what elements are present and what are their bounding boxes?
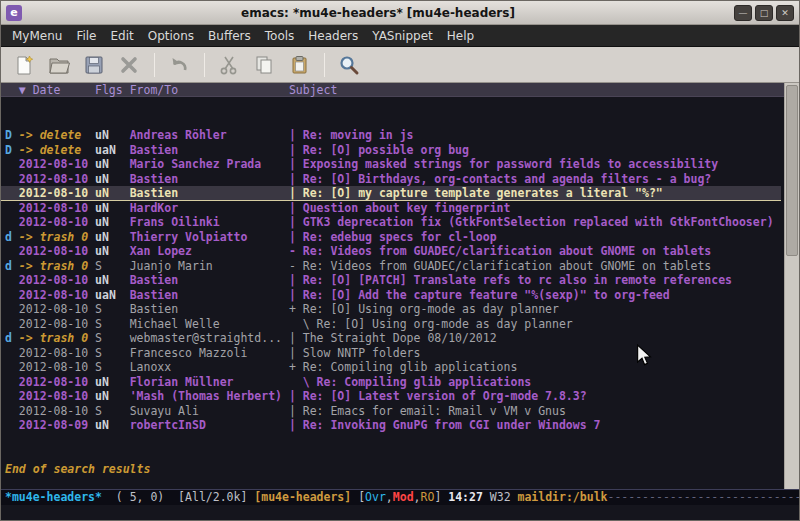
- message-row[interactable]: d -> trash 0 S webmaster@straightd... | …: [1, 331, 781, 346]
- menu-item-help[interactable]: Help: [440, 26, 481, 46]
- titlebar: e emacs: *mu4e-headers* [mu4e-headers] —…: [1, 1, 799, 25]
- message-row[interactable]: 2012-08-10 uN Bastien | Re: [O] Birthday…: [1, 172, 781, 187]
- open-file-button[interactable]: [44, 50, 74, 80]
- message-row[interactable]: 2012-08-10 uN 'Mash (Thomas Herbert) | R…: [1, 389, 781, 404]
- message-from: Bastien: [130, 186, 289, 200]
- menu-item-file[interactable]: File: [69, 26, 103, 46]
- copy-button[interactable]: [249, 50, 279, 80]
- message-from: Juanjo Marin: [130, 259, 289, 273]
- mode-line-segment: *mu4e-headers*: [5, 490, 102, 504]
- minimize-button[interactable]: —: [734, 5, 752, 21]
- message-flags: uaN: [95, 288, 130, 302]
- mode-line-segment: ( 5, 0): [102, 490, 178, 504]
- message-mark: [5, 375, 19, 389]
- message-flags: uN: [95, 230, 130, 244]
- message-row[interactable]: 2012-08-10 uN Mario Sanchez Prada | Expo…: [1, 157, 781, 172]
- message-row[interactable]: 2012-08-10 S Lanoxx + Re: Compiling glib…: [1, 360, 781, 375]
- new-file-button[interactable]: [9, 50, 39, 80]
- message-row[interactable]: 2012-08-10 uN Xan Lopez - Re: Videos fro…: [1, 244, 781, 259]
- menu-item-buffers[interactable]: Buffers: [201, 26, 258, 46]
- message-subject: | Question about key fingerprint: [289, 201, 511, 215]
- menu-item-tools[interactable]: Tools: [258, 26, 302, 46]
- tool-bar: [1, 47, 799, 83]
- close-button[interactable]: ✕: [776, 5, 794, 21]
- buffer[interactable]: D -> delete uN Andreas Röhler | Re: movi…: [1, 97, 799, 489]
- message-date: -> trash 0: [19, 259, 95, 273]
- message-row[interactable]: D -> delete uN Andreas Röhler | Re: movi…: [1, 128, 781, 143]
- message-date: 2012-08-10: [19, 201, 95, 215]
- message-date: 2012-08-10: [19, 375, 95, 389]
- message-mark: d: [5, 230, 19, 244]
- message-flags: uN: [95, 418, 130, 432]
- paste-button[interactable]: [284, 50, 314, 80]
- message-subject: \ Re: Compiling glib applications: [289, 375, 531, 389]
- message-subject: | GTK3 deprecation fix (GtkFontSelection…: [289, 215, 774, 229]
- message-row[interactable]: 2012-08-10 uN HardKor | Question about k…: [1, 201, 781, 216]
- cut-icon: [218, 54, 240, 76]
- mode-line-segment: [: [351, 490, 365, 504]
- message-mark: [5, 215, 19, 229]
- message-row[interactable]: 2012-08-10 uN Frans Oilinki | GTK3 depre…: [1, 215, 781, 230]
- mode-line-segment: [mu4e-headers]: [254, 490, 351, 504]
- message-row[interactable]: 2012-08-10 S Francesco Mazzoli | Slow NN…: [1, 346, 781, 361]
- message-row[interactable]: 2012-08-10 uN Florian Müllner \ Re: Comp…: [1, 375, 781, 390]
- message-row[interactable]: 2012-08-10 S Michael Welle \ Re: [O] Usi…: [1, 317, 781, 332]
- message-row[interactable]: 2012-08-10 S Bastien + Re: [O] Using org…: [1, 302, 781, 317]
- message-subject: \ Re: [O] Using org-mode as day planner: [289, 317, 573, 331]
- message-from: Thierry Volpiatto: [130, 230, 289, 244]
- undo-button[interactable]: [164, 50, 194, 80]
- message-row[interactable]: 2012-08-10 S Suvayu Ali | Re: Emacs for …: [1, 404, 781, 419]
- message-from: Bastien: [130, 288, 289, 302]
- message-subject: | Re: Invoking GnuPG from CGI under Wind…: [289, 418, 601, 432]
- message-flags: uN: [95, 157, 130, 171]
- message-mark: [5, 157, 19, 171]
- mode-line-segment: ,: [386, 490, 393, 504]
- scrollbar[interactable]: [784, 83, 799, 489]
- message-mark: [5, 404, 19, 418]
- menu-item-headers[interactable]: Headers: [301, 26, 365, 46]
- message-mark: d: [5, 259, 19, 273]
- save-button[interactable]: [79, 50, 109, 80]
- search-button[interactable]: [334, 50, 364, 80]
- message-row[interactable]: d -> trash 0 uN Thierry Volpiatto | Re: …: [1, 230, 781, 245]
- message-date: 2012-08-10: [19, 172, 95, 186]
- window-title: emacs: *mu4e-headers* [mu4e-headers]: [22, 6, 734, 20]
- message-flags: uN: [95, 244, 130, 258]
- menu-item-mymenu[interactable]: MyMenu: [5, 26, 69, 46]
- mode-line-segment: ,: [414, 490, 421, 504]
- message-date: -> trash 0: [19, 331, 95, 345]
- message-from: 'Mash (Thomas Herbert): [130, 389, 289, 403]
- cut-button[interactable]: [214, 50, 244, 80]
- message-date: -> delete: [19, 143, 95, 157]
- toolbar-separator: [324, 53, 325, 77]
- message-row[interactable]: 2012-08-09 uN robertcInSD | Re: Invoking…: [1, 418, 781, 433]
- message-subject: | Re: [O] my capture template generates …: [289, 186, 663, 200]
- message-mark: d: [5, 331, 19, 345]
- maximize-button[interactable]: □: [755, 5, 773, 21]
- menu-item-edit[interactable]: Edit: [104, 26, 141, 46]
- message-row[interactable]: 2012-08-10 uN Bastien | Re: [O] [PATCH] …: [1, 273, 781, 288]
- message-date: 2012-08-09: [19, 418, 95, 432]
- mode-line-segment: Ovr: [365, 490, 386, 504]
- menu-item-options[interactable]: Options: [141, 26, 201, 46]
- message-row[interactable]: D -> delete uaN Bastien | Re: [O] possib…: [1, 143, 781, 158]
- message-date: 2012-08-10: [19, 317, 95, 331]
- message-date: 2012-08-10: [19, 360, 95, 374]
- message-mark: [5, 244, 19, 258]
- menu-item-yasnippet[interactable]: YASnippet: [365, 26, 440, 46]
- mode-line-segment: ]: [434, 490, 448, 504]
- mode-line-segment: W32: [483, 490, 518, 504]
- message-mark: [5, 172, 19, 186]
- message-flags: uN: [95, 215, 130, 229]
- message-mark: D: [5, 128, 19, 142]
- message-row[interactable]: 2012-08-10 uN Bastien | Re: [O] my captu…: [1, 186, 781, 201]
- emacs-icon[interactable]: e: [6, 5, 22, 21]
- message-row[interactable]: 2012-08-10 uaN Bastien | Re: [O] Add the…: [1, 288, 781, 303]
- message-date: 2012-08-10: [19, 389, 95, 403]
- message-row[interactable]: d -> trash 0 S Juanjo Marin - Re: Videos…: [1, 259, 781, 274]
- message-flags: S: [95, 360, 130, 374]
- toolbar-separator: [204, 53, 205, 77]
- kill-buffer-button[interactable]: [114, 50, 144, 80]
- message-flags: S: [95, 302, 130, 316]
- scrollbar-thumb[interactable]: [786, 85, 798, 256]
